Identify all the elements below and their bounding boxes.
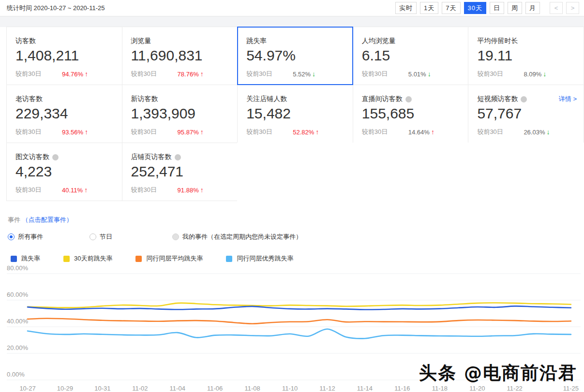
metric-label-text: 图文访客数: [15, 153, 49, 161]
event-radio-1[interactable]: 所有事件: [8, 232, 43, 241]
metric-compare-row: 较前30日94.76%↑: [15, 70, 115, 78]
info-icon[interactable]: [175, 154, 181, 160]
info-icon[interactable]: [405, 96, 412, 102]
radio-button-icon[interactable]: [90, 233, 96, 240]
legend-label: 同行同层优秀跳失率: [237, 254, 293, 263]
change-value: 91.88%: [178, 187, 199, 194]
up-arrow-icon: ↑: [85, 128, 88, 136]
empty-grid-cell: [468, 143, 584, 201]
up-arrow-icon: ↑: [85, 70, 88, 78]
event-radio-2[interactable]: 节日: [90, 232, 112, 241]
compare-label: 较前30日: [15, 186, 62, 194]
x-axis-tick-label: 11-12: [319, 385, 335, 392]
metric-card-returning-visitors[interactable]: 老访客数229,334较前30日93.56%↑: [6, 85, 122, 143]
metric-value: 1,393,909: [131, 105, 231, 122]
configure-events-link[interactable]: （点击配置事件）: [22, 216, 73, 223]
metric-value: 229,334: [15, 105, 115, 122]
prev-period-button[interactable]: <: [550, 2, 563, 14]
change-value: 14.64%: [408, 129, 430, 136]
metric-label-text: 老访客数: [15, 95, 43, 103]
legend-item-3[interactable]: 同行同层平均跳失率: [135, 254, 203, 263]
info-icon[interactable]: [521, 96, 527, 102]
metric-value: 57,767: [477, 105, 577, 122]
radio-button-icon[interactable]: [8, 233, 15, 240]
metric-card-pageviews[interactable]: 浏览量11,690,831较前30日78.76%↑: [122, 27, 238, 85]
metric-compare-row: 较前30日52.82%↑: [246, 128, 346, 136]
line-series-同行同层优秀跳失率: [28, 329, 571, 339]
metric-label-text: 跳失率: [246, 37, 267, 45]
time-range-button-5[interactable]: 日: [490, 2, 504, 14]
legend-item-4[interactable]: 同行同层优秀跳失率: [226, 254, 293, 263]
line-series-跳失率: [28, 306, 571, 309]
x-axis-tick-label: 11-20: [469, 385, 485, 392]
x-axis-tick-label: 10-27: [19, 385, 35, 392]
metric-card-avg-stay-duration[interactable]: 平均停留时长19.11较前30日8.09%↓: [468, 27, 584, 85]
time-range-button-2[interactable]: 1天: [420, 2, 438, 14]
detail-link[interactable]: 详情 >: [559, 95, 577, 103]
metric-compare-row: 较前30日5.52%↓: [246, 70, 346, 78]
compare-label: 较前30日: [131, 70, 178, 78]
y-axis-tick-label: 40.00%: [7, 318, 29, 325]
metric-label: 新访客数: [131, 95, 231, 103]
change-value: 95.87%: [178, 129, 199, 136]
metric-label-text: 关注店铺人数: [246, 95, 287, 103]
time-range-button-7[interactable]: 月: [525, 2, 540, 14]
metric-label-text: 平均停留时长: [477, 37, 518, 45]
up-arrow-icon: ↑: [200, 128, 204, 136]
metric-card-short-video-visitors[interactable]: 短视频访客数详情 >57,767较前30日26.03%↓: [468, 85, 584, 143]
change-value: 5.01%: [408, 71, 426, 78]
metric-value: 54.97%: [246, 47, 346, 64]
metric-card-visitors[interactable]: 访客数1,408,211较前30日94.76%↑: [6, 27, 122, 85]
compare-label: 较前30日: [477, 128, 524, 136]
metric-label: 人均浏览量: [362, 37, 462, 45]
metric-card-new-visitors[interactable]: 新访客数1,393,909较前30日95.87%↑: [122, 85, 238, 143]
metric-label: 老访客数: [15, 95, 115, 103]
metric-card-bounce-rate[interactable]: 跳失率54.97%较前30日5.52%↓: [237, 27, 353, 85]
events-heading: 事件 （点击配置事件）: [8, 216, 584, 224]
line-series-同行同层平均跳失率: [28, 319, 571, 324]
metric-value: 19.11: [477, 47, 577, 64]
change-value: 26.03%: [524, 129, 545, 136]
empty-grid-cell: [353, 143, 469, 201]
legend-swatch-icon: [63, 256, 70, 262]
metric-label-text: 新访客数: [131, 95, 158, 103]
legend-item-2[interactable]: 30天前跳失率: [63, 254, 112, 263]
chart-legend: 跳失率30天前跳失率同行同层平均跳失率同行同层优秀跳失率: [11, 254, 584, 263]
metric-card-shop-followers[interactable]: 关注店铺人数15,482较前30日52.82%↑: [237, 85, 353, 143]
up-arrow-icon: ↑: [200, 70, 204, 78]
time-range-button-6[interactable]: 周: [508, 2, 522, 14]
compare-label: 较前30日: [477, 70, 524, 78]
time-range-button-4[interactable]: 30天: [464, 2, 486, 14]
metric-value: 1,408,211: [15, 47, 115, 64]
metric-label-text: 人均浏览量: [362, 37, 396, 45]
metric-cards-grid: 访客数1,408,211较前30日94.76%↑浏览量11,690,831较前3…: [7, 27, 584, 201]
bounce-rate-trend-chart: 0.00%20.00%40.00%60.00%80.00%10-2710-291…: [0, 266, 584, 392]
legend-item-1[interactable]: 跳失率: [11, 254, 40, 263]
next-period-button[interactable]: >: [566, 2, 579, 14]
change-value: 94.76%: [62, 71, 83, 78]
down-arrow-icon: ↓: [546, 128, 550, 136]
compare-label: 较前30日: [362, 128, 408, 136]
time-range-button-3[interactable]: 7天: [442, 2, 460, 14]
down-arrow-icon: ↓: [543, 70, 546, 78]
legend-swatch-icon: [226, 256, 232, 262]
events-radio-group: 所有事件节日我的事件（在选定周期内您尚未设定事件）: [8, 232, 584, 241]
x-axis-tick-label: 11-10: [282, 385, 298, 392]
compare-label: 较前30日: [15, 128, 62, 136]
metric-label-text: 店铺页访客数: [131, 153, 172, 161]
metric-compare-row: 较前30日8.09%↓: [477, 70, 577, 78]
compare-label: 较前30日: [131, 128, 178, 136]
info-icon[interactable]: [52, 154, 59, 160]
metric-value: 155,685: [362, 105, 462, 122]
metric-card-views-per-visitor[interactable]: 人均浏览量6.15较前30日5.01%↓: [353, 27, 469, 85]
metric-value: 11,690,831: [131, 47, 231, 64]
stats-topbar: 统计时间 2020-10-27 ~ 2020-11-25 实时1天7天30天日周…: [0, 0, 584, 16]
metric-card-livestream-visitors[interactable]: 直播间访客数155,685较前30日14.64%↑: [353, 85, 469, 143]
metric-card-shop-page-visitors[interactable]: 店铺页访客数252,471较前30日91.88%↑: [122, 143, 238, 201]
legend-swatch-icon: [11, 256, 17, 262]
time-range-button-1[interactable]: 实时: [395, 2, 417, 14]
metric-label: 跳失率: [246, 37, 346, 45]
metric-card-image-text-visitors[interactable]: 图文访客数4,223较前30日40.11%↑: [6, 143, 122, 201]
x-axis-tick-label: 11-16: [394, 385, 410, 392]
metric-compare-row: 较前30日93.56%↑: [15, 128, 115, 136]
